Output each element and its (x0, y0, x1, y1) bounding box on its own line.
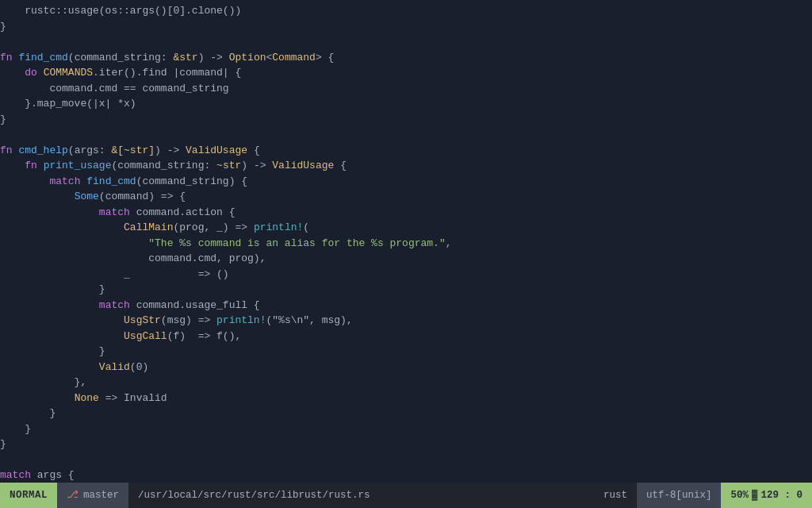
token: ValidUsage (186, 144, 247, 156)
token: Some (75, 190, 99, 202)
token: match (99, 206, 136, 218)
token: Valid (99, 361, 130, 373)
token: _ (0, 268, 136, 280)
token: } (0, 345, 105, 357)
token: (f) => f(), (167, 330, 242, 342)
token: }, (0, 376, 86, 388)
code-line: } (0, 406, 812, 421)
git-branch: ⎇ master (57, 483, 128, 508)
code-line: UsgCall(f) => f(), (0, 329, 812, 344)
token: cmd_help (18, 144, 67, 156)
code-line: } (0, 344, 812, 360)
token: Option (229, 52, 266, 64)
status-bar: NORMAL ⎇ master /usr/local/src/rust/src/… (0, 483, 812, 508)
percent-value: 50% (730, 488, 749, 503)
token: print_usage (44, 160, 112, 171)
token (0, 299, 99, 311)
code-line: Valid(0) (0, 360, 812, 375)
token: } (0, 283, 105, 295)
token: command.cmd == command_string (0, 83, 229, 94)
code-line: }, (0, 375, 812, 391)
token: (command_string: (68, 52, 174, 64)
token: ~str (216, 160, 241, 171)
token: ( (303, 221, 309, 233)
token: match (49, 175, 86, 187)
language-indicator: rust (594, 483, 637, 508)
code-line: UsgStr(msg) => println!("%s\n", msg), (0, 313, 812, 329)
token (0, 206, 99, 218)
token: ) -> (241, 160, 272, 171)
token: } (0, 21, 6, 33)
token: (command_string) { (136, 175, 247, 187)
token: ValidUsage (272, 160, 334, 171)
token: match (0, 469, 37, 481)
token: fn (25, 160, 43, 171)
token: println! (254, 221, 303, 233)
token: > { (316, 52, 334, 64)
token (0, 160, 25, 171)
token: command.cmd, prog), (0, 252, 266, 264)
code-line: fn find_cmd(command_string: &str) -> Opt… (0, 50, 812, 66)
token: } (0, 438, 6, 450)
code-line: "The %s command is an alias for the %s p… (0, 236, 812, 252)
token: args { (37, 469, 75, 481)
token: (args: (68, 144, 112, 156)
token: rustc::usage(os::args()[0].clone()) (0, 5, 241, 17)
token: } (0, 114, 6, 125)
token: CallMain (124, 221, 173, 233)
code-line: match command.usage_full { (0, 298, 812, 314)
code-line: do COMMANDS.iter().find |command| { (0, 65, 812, 81)
token: command.usage_full { (136, 299, 260, 311)
code-line: } (0, 112, 812, 128)
token: { (247, 144, 260, 156)
token (0, 361, 99, 373)
token: (0) (130, 361, 148, 373)
token: find_cmd (86, 175, 136, 187)
code-line: fn cmd_help(args: &[~str]) -> ValidUsage… (0, 143, 812, 159)
code-line: }.map_move(|x| *x) (0, 96, 812, 112)
code-line: None => Invalid (0, 391, 812, 406)
token: ) -> (155, 144, 186, 156)
token: find_cmd (18, 52, 67, 64)
token: do (25, 67, 43, 79)
token: } (0, 407, 56, 419)
code-line: } (0, 421, 812, 437)
token (0, 237, 148, 249)
token: &str (173, 52, 197, 64)
token (0, 67, 25, 79)
token: match (99, 299, 136, 311)
token: (command_string: (111, 160, 216, 171)
code-line: match args { (0, 468, 812, 483)
token: ("%s\n", msg), (266, 314, 352, 326)
code-line: match command.action { (0, 205, 812, 221)
line-col: 129 : 0 (760, 488, 802, 503)
token: &[~str] (111, 144, 155, 156)
branch-name: master (83, 488, 119, 503)
token: UsgCall (124, 330, 167, 342)
code-line: _ => () (0, 267, 812, 283)
token: println! (216, 314, 266, 326)
token: "The %s command is an alias for the %s p… (148, 237, 445, 249)
code-line: fn print_usage(command_string: ~str) -> … (0, 158, 812, 174)
token: => Invalid (99, 392, 167, 404)
token: Command (272, 52, 316, 64)
code-line (0, 34, 812, 50)
code-line: } (0, 19, 812, 35)
code-line: rustc::usage(os::args()[0].clone()) (0, 3, 812, 19)
token: }.map_move(|x| *x) (0, 98, 136, 110)
token: } (0, 423, 31, 435)
scroll-percent: 50% ▓ 129 : 0 (721, 483, 812, 508)
encoding-indicator: utf-8[unix] (637, 483, 722, 508)
token (0, 190, 75, 202)
token (0, 221, 124, 233)
token (0, 314, 124, 326)
token: .iter().find |command| { (93, 67, 241, 79)
code-line: Some(command) => { (0, 189, 812, 205)
token: => () (136, 268, 229, 280)
token: (prog, _) => (173, 221, 253, 233)
token: None (75, 392, 99, 404)
git-icon: ⎇ (67, 488, 79, 503)
code-line: command.cmd, prog), (0, 251, 812, 267)
code-line: } (0, 437, 812, 452)
status-right-section: rust utf-8[unix] 50% ▓ 129 : 0 (594, 483, 812, 508)
